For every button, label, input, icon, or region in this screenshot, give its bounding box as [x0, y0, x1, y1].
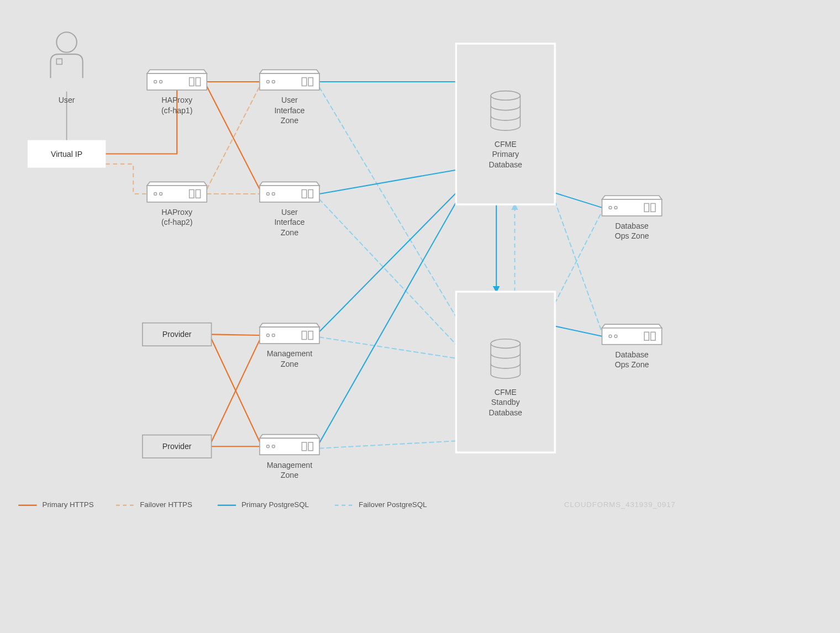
legend-primary-pg-label: Primary PostgreSQL [242, 500, 309, 509]
svg-line-17 [555, 193, 602, 208]
svg-text:Standby: Standby [491, 398, 521, 407]
svg-text:Management: Management [267, 349, 313, 358]
svg-text:Database: Database [489, 160, 523, 169]
svg-line-6 [319, 87, 456, 317]
svg-line-20 [555, 326, 602, 336]
architecture-diagram: UserVirtual IPHAProxy(cf-hap1)HAProxy(cf… [0, 0, 699, 526]
svg-text:Zone: Zone [281, 360, 298, 368]
legend-primary-https-label: Primary HTTPS [43, 500, 94, 509]
svg-line-13 [319, 193, 456, 331]
svg-rect-25 [147, 73, 207, 90]
svg-rect-47 [260, 186, 319, 202]
haproxy2-device [147, 182, 207, 202]
svg-text:Zone: Zone [281, 116, 298, 125]
svg-line-19 [555, 212, 602, 303]
svg-rect-86 [602, 328, 662, 345]
svg-text:HAProxy: HAProxy [161, 208, 193, 217]
ui-zone-1-device [260, 70, 319, 90]
mgmt-zone-1-device [260, 323, 319, 344]
svg-line-7 [319, 170, 456, 194]
legend-failover-https-label: Failover HTTPS [140, 500, 192, 509]
db-ops-2-device [602, 324, 662, 345]
svg-rect-79 [602, 199, 662, 216]
svg-text:CFME: CFME [495, 388, 517, 397]
svg-text:Ops Zone: Ops Zone [615, 360, 649, 369]
svg-rect-24 [56, 59, 62, 64]
svg-rect-32 [147, 186, 207, 202]
svg-line-14 [319, 337, 456, 358]
primary-db-box [456, 44, 555, 204]
db-ops-1-device [602, 196, 662, 216]
svg-text:Primary: Primary [492, 150, 519, 159]
svg-rect-57 [260, 327, 319, 344]
haproxy1-device [147, 70, 207, 90]
svg-text:User: User [281, 208, 298, 217]
svg-text:Zone: Zone [281, 471, 298, 479]
svg-text:Database: Database [615, 350, 649, 359]
svg-point-23 [56, 32, 77, 52]
svg-rect-39 [260, 73, 319, 90]
user-label: User [59, 96, 75, 104]
svg-text:(cf-hap2): (cf-hap2) [161, 218, 193, 226]
svg-line-16 [319, 441, 456, 448]
svg-line-9 [212, 334, 260, 335]
ui-zone-2-device [260, 182, 319, 202]
svg-rect-64 [260, 438, 319, 455]
svg-text:Management: Management [267, 461, 313, 470]
legend-failover-pg-label: Failover PostgreSQL [359, 500, 427, 509]
svg-text:Database: Database [615, 221, 649, 230]
svg-text:Database: Database [489, 408, 523, 417]
svg-text:HAProxy: HAProxy [161, 96, 193, 104]
mgmt-zone-2-device [260, 435, 319, 455]
svg-text:Zone: Zone [281, 228, 298, 237]
svg-text:Ops Zone: Ops Zone [615, 231, 649, 240]
svg-text:CFME: CFME [495, 140, 517, 149]
user-icon [50, 32, 82, 78]
svg-text:Interface: Interface [274, 106, 305, 115]
svg-text:Provider: Provider [162, 442, 192, 451]
svg-line-18 [555, 201, 602, 333]
svg-text:(cf-hap1): (cf-hap1) [161, 106, 193, 115]
svg-text:User: User [281, 96, 298, 104]
virtual-ip-label: Virtual IP [51, 150, 82, 159]
watermark: CLOUDFORMS_431939_0917 [564, 500, 676, 509]
svg-text:Interface: Interface [274, 218, 305, 226]
svg-text:Provider: Provider [162, 330, 192, 339]
standby-db-box [456, 292, 555, 452]
